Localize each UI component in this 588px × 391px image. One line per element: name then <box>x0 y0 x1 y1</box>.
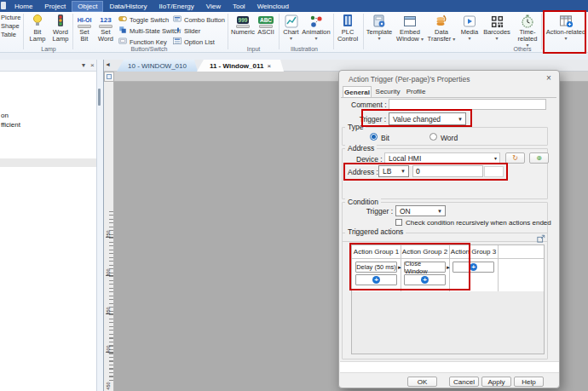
menu-project[interactable]: Project <box>38 1 72 12</box>
address-extra-box[interactable] <box>484 166 504 177</box>
tab-scroll-left-icon[interactable]: ◄ <box>105 61 111 67</box>
condition-trigger-select[interactable]: ON ▼ <box>395 205 446 216</box>
action-trigger-properties-dialog: Action Trigger (Per-page)'s Properties ×… <box>338 70 560 388</box>
action-related-button[interactable]: Action-related ▾ <box>545 13 586 52</box>
flow-arrow-icon: ► <box>446 265 451 270</box>
media-label: Media <box>461 29 478 36</box>
ribbon-separator <box>541 14 542 49</box>
panel-scrollbar[interactable] <box>96 60 103 391</box>
tab-underline <box>341 97 556 98</box>
left-panel-header: ▾ × <box>0 60 96 72</box>
add-action-group3-button[interactable]: + <box>453 262 494 273</box>
toolbar-strip <box>0 53 588 60</box>
expand-icon[interactable] <box>537 234 545 244</box>
device-add-button[interactable]: ⊕ <box>529 152 549 164</box>
trigger-value: Value changed <box>393 115 441 124</box>
panel-text-fragment: on <box>1 112 9 119</box>
cancel-button[interactable]: Cancel <box>449 377 479 387</box>
radio-bit[interactable] <box>370 133 378 141</box>
comment-input[interactable] <box>389 99 546 110</box>
traffic-light-icon <box>54 13 67 28</box>
tab-profile[interactable]: Profile <box>404 86 428 97</box>
address-value-input[interactable] <box>412 165 483 177</box>
data-transfer-button[interactable]: Data Transfer ▾ <box>427 13 456 52</box>
action-groups-table: Action Group 1 Action Group 2 Action Gro… <box>351 244 545 354</box>
type-group-label: Type <box>345 123 366 131</box>
action-close-window-button[interactable]: Close Window <box>404 262 446 273</box>
ruler-number: 300 <box>106 268 111 277</box>
tab-close-icon[interactable]: × <box>267 62 271 70</box>
chevron-down-icon: ▾ <box>495 36 498 41</box>
device-settings-button[interactable]: ↻ <box>505 152 525 164</box>
ruler-number: 250 <box>106 230 111 239</box>
plus-icon: + <box>470 263 477 271</box>
plus-icon: + <box>372 276 380 284</box>
ribbon-separator <box>23 14 24 49</box>
panel-collapse-icon[interactable]: ▾ <box>82 61 85 69</box>
panel-close-icon[interactable]: × <box>90 61 95 69</box>
media-button[interactable]: Media ▾ <box>458 13 481 52</box>
panel-highlight-row[interactable] <box>0 158 96 167</box>
device-select[interactable]: Local HMI ▾ <box>384 152 500 164</box>
trigger-select[interactable]: Value changed ▼ <box>389 112 466 125</box>
tab-security[interactable]: Security <box>373 86 402 97</box>
menu-home[interactable]: Home <box>9 1 38 12</box>
dialog-close-icon[interactable]: × <box>546 73 551 83</box>
radio-word[interactable] <box>429 133 437 141</box>
address-type-select[interactable]: LB ▼ <box>378 165 409 177</box>
numeric-icon: 999 <box>236 13 250 28</box>
tab-window-011-label: 11 - Window_011 <box>210 62 264 70</box>
condition-checkbox[interactable] <box>395 219 402 226</box>
menu-object[interactable]: Object <box>72 1 103 12</box>
menu-iiot-energy[interactable]: IIoT/Energy <box>153 1 199 12</box>
tab-window-010[interactable]: 10 - WINDOW_010 <box>117 60 198 72</box>
combo-button-button[interactable]: Combo Button <box>173 14 225 25</box>
toggle-switch-label: Toggle Switch <box>130 16 169 24</box>
add-action-group2-button[interactable]: + <box>404 274 446 285</box>
barcodes-label: Barcodes <box>483 29 510 36</box>
panel-scrollbar-thumb[interactable] <box>98 89 101 106</box>
menu-view[interactable]: View <box>200 1 227 12</box>
ribbon-table-button[interactable]: Table <box>1 31 16 38</box>
condition-checkbox-label: Check condition recursively when actions… <box>406 219 551 227</box>
tab-general[interactable]: General <box>343 86 372 97</box>
ruler-number: 400 <box>106 345 111 354</box>
menu-bar: Home Project Object Data/History IIoT/En… <box>0 0 588 12</box>
ribbon-shape-button[interactable]: Shape <box>1 22 20 30</box>
radio-word-label: Word <box>441 134 458 142</box>
page-icon <box>107 74 112 79</box>
menu-data-history[interactable]: Data/History <box>103 1 153 12</box>
set-word-icon: 123 <box>99 13 112 28</box>
multi-state-switch-button[interactable]: Multi-State Switch <box>118 26 181 36</box>
ribbon-picture-button[interactable]: Picture <box>1 14 20 21</box>
ascii-icon: ABC <box>258 13 274 28</box>
set-bit-button[interactable]: HI-OI Set Bit <box>74 13 95 52</box>
multi-state-switch-icon <box>118 26 127 36</box>
ribbon-separator <box>333 14 334 49</box>
ascii-label: ASCII <box>257 29 274 36</box>
triggered-actions-label: Triggered actions <box>345 227 406 236</box>
plc-control-label2: Control <box>337 36 358 43</box>
action-table-header: Action Group 1 Action Group 2 Action Gro… <box>352 245 544 259</box>
combo-button-label: Combo Button <box>184 16 225 24</box>
combo-arrow-icon: ▼ <box>401 169 408 174</box>
chevron-down-icon: ▾ <box>314 36 317 41</box>
embed-window-button[interactable]: Embed Window ▾ <box>395 13 424 52</box>
toggle-switch-button[interactable]: Toggle Switch <box>118 14 169 25</box>
embed-window-icon <box>403 13 417 28</box>
template-button[interactable]: Template ▾ <box>366 13 392 52</box>
address-group-label: Address <box>345 144 377 152</box>
menu-tool[interactable]: Tool <box>227 1 251 12</box>
help-button[interactable]: Help <box>514 377 544 387</box>
chevron-down-icon: ▾ <box>468 36 470 41</box>
add-action-group1-button[interactable]: + <box>355 274 397 285</box>
apply-button[interactable]: Apply <box>481 377 511 387</box>
combo-arrow-icon: ▾ <box>494 155 499 161</box>
data-transfer-icon <box>435 13 448 28</box>
action-delay-button[interactable]: Delay (50 ms) <box>355 262 397 273</box>
slider-button[interactable]: Slider <box>173 26 200 36</box>
ok-button[interactable]: OK <box>407 377 437 387</box>
menu-weincloud[interactable]: Weincloud <box>251 1 295 12</box>
tab-window-011[interactable]: 11 - Window_011 × <box>197 60 284 72</box>
plc-control-button[interactable]: PLC Control <box>335 13 360 52</box>
